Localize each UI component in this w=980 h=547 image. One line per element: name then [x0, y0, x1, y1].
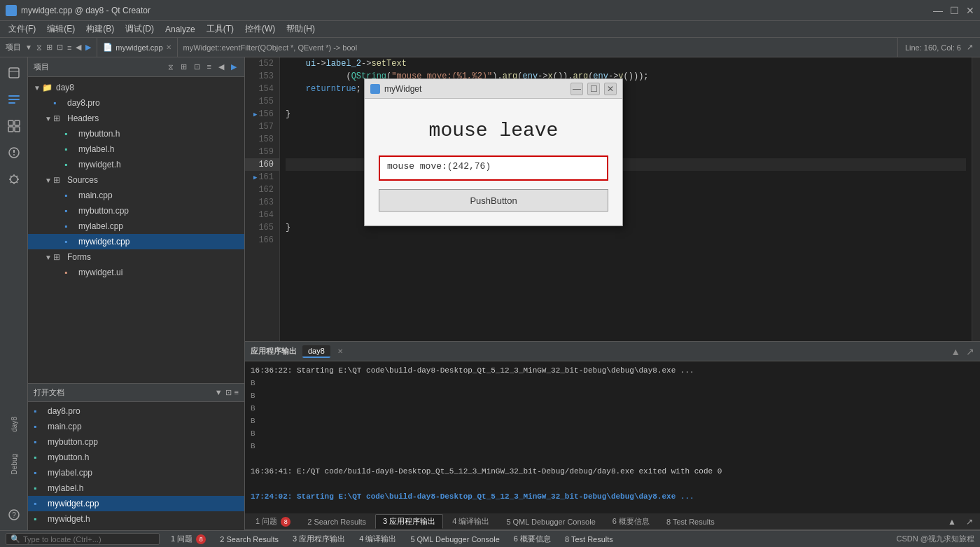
- menu-help[interactable]: 帮助(H): [281, 22, 321, 36]
- od-mylabel-h-icon: ▪: [34, 483, 45, 493]
- tree-item-mywidget-h[interactable]: ▪ mywidget.h: [28, 157, 244, 172]
- tree-item-headers[interactable]: ▼ ⊞ Headers: [28, 111, 244, 126]
- od-main-cpp[interactable]: ▪ main.cpp: [28, 419, 244, 434]
- search-icon: 🔍: [10, 534, 20, 543]
- ln-158: 158: [245, 133, 279, 146]
- tree-item-mylabel-h[interactable]: ▪ mylabel.h: [28, 141, 244, 157]
- od-mywidget-h[interactable]: ▪ mywidget.h: [28, 511, 244, 527]
- sidebar-edit-btn[interactable]: [1, 87, 27, 112]
- od-mylabel-cpp[interactable]: ▪ mylabel.cpp: [28, 465, 244, 480]
- status-issues[interactable]: 1 问题 8: [168, 534, 209, 544]
- od-mywidget-ui[interactable]: ▪ mywidget.ui: [28, 527, 244, 530]
- open-docs-title: 打开文档: [34, 387, 64, 398]
- tab-general[interactable]: 6 概要信息: [605, 514, 657, 529]
- menu-tools[interactable]: 工具(T): [201, 22, 239, 36]
- svg-rect-8: [15, 127, 20, 132]
- side-day8-label: day8: [0, 414, 28, 435]
- ft-add-btn[interactable]: ⊡: [192, 62, 202, 72]
- od-mywidget-cpp-icon: ▪: [34, 499, 45, 508]
- od-mybutton-cpp[interactable]: ▪ mybutton.cpp: [28, 434, 244, 450]
- tree-item-forms[interactable]: ▼ ⊞ Forms: [28, 249, 244, 265]
- ft-link-btn[interactable]: ⊞: [178, 62, 189, 72]
- nav-forward[interactable]: ▶: [85, 43, 91, 52]
- tree-item-sources[interactable]: ▼ ⊞ Sources: [28, 172, 244, 188]
- od-collapse[interactable]: ≡: [234, 388, 239, 397]
- file-tree-title: 项目: [34, 62, 49, 72]
- status-qml-debugger[interactable]: 5 QML Debugger Console: [407, 535, 502, 543]
- menu-build[interactable]: 构建(B): [80, 22, 120, 36]
- tree-item-day8-pro[interactable]: ▪ day8.pro: [28, 95, 244, 111]
- tabs-settings-btn[interactable]: ↗: [962, 517, 977, 527]
- status-general[interactable]: 6 概要信息: [511, 534, 554, 544]
- editor-expand[interactable]: ↗: [967, 43, 973, 52]
- status-app-output[interactable]: 3 应用程序输出: [290, 534, 348, 544]
- tab-search[interactable]: 2 Search Results: [300, 515, 374, 528]
- project-tab-arrow[interactable]: ▼: [25, 43, 32, 51]
- sidebar-project-btn[interactable]: [1, 167, 27, 192]
- code-editor[interactable]: 152 153 154 155 ▶156 157 158 159 160 ▶16…: [245, 57, 980, 341]
- tabs-expand-btn[interactable]: ▲: [944, 517, 960, 527]
- tab-test[interactable]: 8 Test Results: [659, 515, 722, 528]
- close-button[interactable]: ✕: [966, 5, 974, 16]
- od-mywidget-cpp[interactable]: ▪ mywidget.cpp: [28, 496, 244, 511]
- expand-icon[interactable]: ⊡: [57, 43, 63, 52]
- sidebar-debug-btn[interactable]: [1, 140, 27, 165]
- menu-analyze[interactable]: Analyze: [160, 23, 201, 36]
- tree-item-mywidget-ui[interactable]: ▪ mywidget.ui: [28, 265, 244, 280]
- tab-app-output[interactable]: 3 应用程序输出: [375, 514, 443, 529]
- od-expand[interactable]: ⊡: [225, 388, 232, 397]
- editor-scrollbar[interactable]: [972, 57, 980, 341]
- od-mylabel-h[interactable]: ▪ mylabel.h: [28, 480, 244, 496]
- output-day8-tab[interactable]: day8: [302, 345, 330, 358]
- ft-nav-back[interactable]: ◀: [216, 62, 226, 72]
- tab-qml[interactable]: 5 QML Debugger Console: [498, 515, 603, 528]
- widget-close-btn[interactable]: ✕: [604, 83, 617, 95]
- output-tab-close[interactable]: ✕: [337, 347, 343, 355]
- menu-file[interactable]: 文件(F): [3, 22, 41, 36]
- tree-item-mybutton-h[interactable]: ▪ mybutton.h: [28, 126, 244, 141]
- tree-item-mylabel-cpp[interactable]: ▪ mylabel.cpp: [28, 219, 244, 234]
- tree-item-mywidget-cpp[interactable]: ▪ mywidget.cpp: [28, 234, 244, 249]
- nav-back[interactable]: ◀: [76, 43, 81, 52]
- output-line-b4: B: [251, 415, 974, 427]
- code-content[interactable]: ui->label_2->setText (QString("mouse mov…: [280, 57, 972, 341]
- sidebar-help-btn[interactable]: ?: [1, 502, 27, 527]
- ln-156: ▶156: [245, 108, 279, 120]
- output-up-arrow[interactable]: ▲: [951, 346, 960, 357]
- status-search-results[interactable]: 2 Search Results: [217, 535, 281, 543]
- tab-issues[interactable]: 1 问题 8: [248, 514, 298, 529]
- menu-debug[interactable]: 调试(D): [120, 22, 160, 36]
- menu-edit[interactable]: 编辑(E): [41, 22, 80, 36]
- od-mybutton-h[interactable]: ▪ mybutton.h: [28, 450, 244, 465]
- ft-collapse-btn[interactable]: ≡: [205, 62, 214, 72]
- menu-controls[interactable]: 控件(W): [239, 22, 281, 36]
- status-search-box[interactable]: 🔍: [6, 533, 160, 545]
- minimize-button[interactable]: —: [933, 5, 943, 16]
- ft-filter-btn[interactable]: ⧖: [166, 62, 176, 72]
- output-collapse-btn[interactable]: ▲ ↗: [951, 346, 974, 357]
- mywidget-ui-icon: ▪: [64, 268, 76, 277]
- output-expand-btn[interactable]: ↗: [966, 346, 974, 357]
- widget-minimize-btn[interactable]: —: [570, 83, 583, 95]
- sidebar-design-btn[interactable]: [1, 113, 27, 139]
- widget-maximize-btn[interactable]: ☐: [587, 83, 600, 95]
- link-icon[interactable]: ⊞: [46, 43, 52, 52]
- status-test[interactable]: 8 Test Results: [562, 535, 616, 543]
- collapse-icon[interactable]: ≡: [67, 43, 71, 52]
- tree-item-mybutton-cpp[interactable]: ▪ mybutton.cpp: [28, 203, 244, 219]
- search-input[interactable]: [23, 535, 128, 543]
- od-arrow-down[interactable]: ▼: [215, 388, 223, 397]
- status-compile-output[interactable]: 4 编译输出: [356, 534, 399, 544]
- sidebar-welcome-btn[interactable]: [1, 60, 27, 85]
- filter-icon[interactable]: ⧖: [36, 43, 42, 52]
- file-tab-name[interactable]: mywidget.cpp: [115, 43, 162, 52]
- maximize-button[interactable]: ☐: [950, 5, 959, 16]
- tree-item-main-cpp[interactable]: ▪ main.cpp: [28, 188, 244, 203]
- tab-compile[interactable]: 4 编译输出: [444, 514, 497, 529]
- tree-root[interactable]: ▼ 📁 day8: [28, 80, 244, 95]
- ft-nav-forward[interactable]: ▶: [229, 62, 239, 72]
- file-tab-close[interactable]: ✕: [166, 43, 172, 51]
- widget-pushbutton[interactable]: PushButton: [379, 189, 608, 212]
- function-tab-name[interactable]: myWidget::eventFilter(QObject *, QEvent …: [183, 43, 358, 52]
- od-day8-pro[interactable]: ▪ day8.pro: [28, 403, 244, 419]
